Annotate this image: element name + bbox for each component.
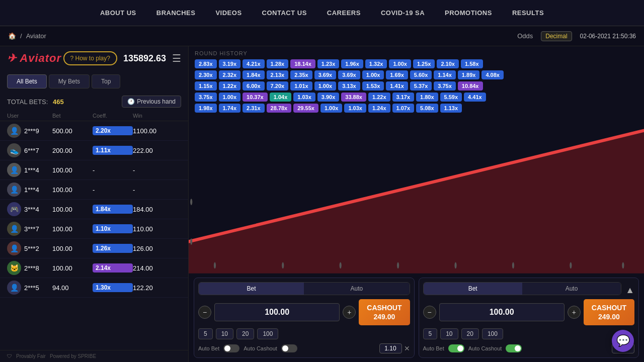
hist-badge[interactable]: 1.00x [389, 59, 411, 68]
hist-badge[interactable]: 1.58x [461, 59, 483, 68]
hist-badge[interactable]: 1.04x [270, 93, 292, 102]
hist-badge[interactable]: 1.03x [344, 104, 366, 113]
hist-badge[interactable]: 1.22x [219, 81, 241, 90]
auto-bet-toggle-2[interactable] [448, 344, 464, 352]
nav-item-branches[interactable]: BRANCHES [156, 9, 196, 17]
how-to-play-button[interactable]: ? How to play? [63, 51, 117, 65]
hist-badge[interactable]: 5.60x [410, 70, 432, 79]
home-icon[interactable]: 🏠 [8, 32, 16, 40]
hist-badge[interactable]: 18.14x [290, 59, 315, 68]
quick-bet-10-2[interactable]: 10 [440, 328, 458, 339]
auto-bet-toggle-1[interactable] [223, 344, 239, 352]
nav-item-about-us[interactable]: ABOUT US [100, 9, 136, 17]
hist-badge[interactable]: 1.89x [458, 70, 480, 79]
hist-badge[interactable]: 1.00x [219, 93, 241, 102]
auto-cashout-toggle-2[interactable] [506, 344, 522, 352]
auto-cashout-toggle-1[interactable] [281, 344, 297, 352]
quick-bet-20-2[interactable]: 20 [461, 328, 479, 339]
hist-badge[interactable]: 29.55x [293, 104, 318, 113]
quick-bet-5-1[interactable]: 5 [198, 328, 213, 339]
nav-item-videos[interactable]: VIDEOS [215, 9, 242, 17]
hist-badge[interactable]: 10.84x [458, 81, 483, 90]
hist-badge[interactable]: 1.96x [341, 59, 363, 68]
bet-tab-bet-1[interactable]: Bet [199, 283, 304, 295]
hist-badge[interactable]: 1.74x [219, 104, 241, 113]
odds-decimal-button[interactable]: Decimal [541, 31, 572, 41]
hist-badge[interactable]: 1.00x [314, 81, 337, 90]
hist-badge[interactable]: 3.90x [317, 93, 340, 102]
hist-badge[interactable]: 1.53x [362, 81, 384, 90]
hist-badge[interactable]: 1.13x [440, 104, 462, 113]
hist-badge[interactable]: 3.17x [392, 93, 415, 102]
hist-badge[interactable]: 3.19x [219, 59, 241, 68]
tab-top[interactable]: Top [92, 74, 120, 88]
hist-badge[interactable]: 1.00x [320, 104, 343, 113]
quick-bet-20-1[interactable]: 20 [236, 328, 254, 339]
bet-increase-button-1[interactable]: + [343, 306, 356, 319]
hist-badge[interactable]: 3.69x [314, 70, 337, 79]
nav-item-careers[interactable]: CAREERS [327, 9, 361, 17]
scroll-up-icon[interactable]: ▲ [625, 285, 634, 296]
hist-badge[interactable]: 2.10x [437, 59, 459, 68]
hist-badge[interactable]: 10.37x [243, 93, 268, 102]
hist-badge[interactable]: 2.32x [219, 70, 241, 79]
hist-badge[interactable]: 4.41x [464, 93, 486, 102]
nav-item-promotions[interactable]: PROMOTIONS [445, 9, 492, 17]
hist-badge[interactable]: 28.78x [267, 104, 292, 113]
hist-badge[interactable]: 1.22x [368, 93, 390, 102]
hist-badge[interactable]: 6.00x [243, 81, 265, 90]
hist-badge[interactable]: 1.07x [392, 104, 415, 113]
hist-badge[interactable]: 1.80x [416, 93, 438, 102]
chat-bubble[interactable]: 💬 [612, 330, 634, 352]
bet-amount-input-2[interactable] [439, 303, 565, 321]
hist-badge[interactable]: 7.20x [267, 81, 289, 90]
close-cashout-1[interactable]: ✕ [404, 344, 410, 352]
hist-badge[interactable]: 2.83x [195, 59, 217, 68]
hist-badge[interactable]: 1.98x [195, 104, 217, 113]
hist-badge[interactable]: 1.00x [362, 70, 384, 79]
quick-bet-100-1[interactable]: 100 [257, 328, 278, 339]
hist-badge[interactable]: 1.28x [267, 59, 289, 68]
bet-tab-auto-1[interactable]: Auto [304, 283, 409, 295]
nav-item-results[interactable]: RESULTS [512, 9, 544, 17]
hist-badge[interactable]: 1.32x [365, 59, 387, 68]
hist-badge[interactable]: 3.75x [434, 81, 456, 90]
bet-decrease-button-2[interactable]: − [423, 306, 436, 319]
hist-badge[interactable]: 1.01x [290, 81, 312, 90]
quick-bet-5-2[interactable]: 5 [423, 328, 438, 339]
nav-item-contact-us[interactable]: CONTACT US [262, 9, 307, 17]
hist-badge[interactable]: 4.21x [243, 59, 265, 68]
hist-badge[interactable]: 3.69x [338, 70, 360, 79]
hist-badge[interactable]: 1.69x [386, 70, 408, 79]
hist-badge[interactable]: 5.08x [416, 104, 438, 113]
menu-icon[interactable]: ☰ [172, 52, 181, 64]
tab-all-bets[interactable]: All Bets [7, 74, 47, 88]
hist-badge[interactable]: 33.88x [341, 93, 366, 102]
hist-badge[interactable]: 2.35x [290, 70, 312, 79]
nav-item-covid-19-sa[interactable]: COVID-19 SA [381, 9, 425, 17]
hist-badge[interactable]: 1.41x [386, 81, 408, 90]
hist-badge[interactable]: 1.03x [293, 93, 315, 102]
cashout-button-2[interactable]: CASHOUT 249.00 [584, 299, 634, 325]
tab-my-bets[interactable]: My Bets [49, 74, 90, 88]
previous-hand-button[interactable]: 🕐 Previous hand [122, 96, 181, 108]
quick-bet-100-2[interactable]: 100 [482, 328, 503, 339]
cashout-button-1[interactable]: CASHOUT 249.00 [359, 299, 410, 325]
hist-badge[interactable]: 3.75x [195, 93, 217, 102]
hist-badge[interactable]: 4.08x [481, 70, 504, 79]
hist-badge[interactable]: 5.59x [440, 93, 462, 102]
hist-badge[interactable]: 1.24x [368, 104, 390, 113]
bet-tab-auto-2[interactable]: Auto [522, 283, 621, 295]
hist-badge[interactable]: 1.23x [317, 59, 340, 68]
hist-badge[interactable]: 1.14x [434, 70, 456, 79]
hist-badge[interactable]: 2.31x [243, 104, 265, 113]
bet-amount-input-1[interactable] [214, 303, 340, 321]
hist-badge[interactable]: 2.30x [195, 70, 217, 79]
hist-badge[interactable]: 2.13x [267, 70, 289, 79]
hist-badge[interactable]: 1.15x [195, 81, 217, 90]
bet-increase-button-2[interactable]: + [568, 306, 581, 319]
hist-badge[interactable]: 5.37x [410, 81, 432, 90]
hist-badge[interactable]: 1.84x [243, 70, 265, 79]
hist-badge[interactable]: 1.25x [413, 59, 435, 68]
quick-bet-10-1[interactable]: 10 [216, 328, 233, 339]
